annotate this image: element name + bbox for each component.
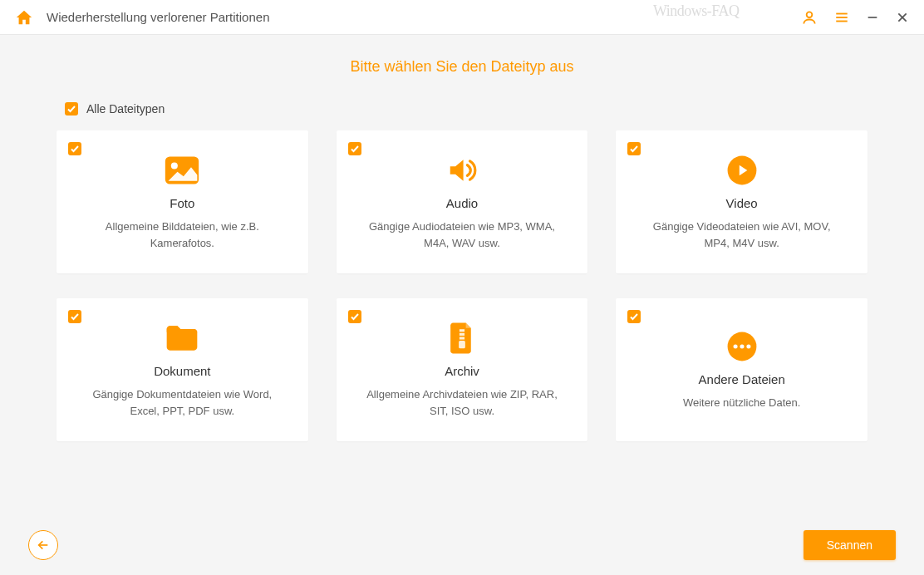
card-desc: Allgemeine Archivdateien wie ZIP, RAR, S…: [366, 386, 558, 419]
all-filetypes-row[interactable]: Alle Dateitypen: [65, 102, 867, 115]
card-andere[interactable]: Andere Dateien Weitere nützliche Daten.: [616, 298, 867, 441]
card-dokument[interactable]: Dokument Gängige Dokumentdateien wie Wor…: [57, 298, 308, 441]
watermark: Windows-FAQ: [653, 2, 739, 20]
card-title: Andere Dateien: [699, 372, 785, 386]
video-icon: [726, 153, 758, 188]
archive-icon: [449, 321, 475, 356]
all-filetypes-label: Alle Dateitypen: [86, 102, 165, 115]
card-andere-checkbox[interactable]: [627, 310, 641, 323]
bottom-bar: Scannen: [0, 530, 924, 560]
card-title: Video: [726, 196, 758, 210]
main-heading: Bitte wählen Sie den Dateityp aus: [57, 58, 867, 76]
card-archiv-checkbox[interactable]: [348, 310, 361, 323]
svg-point-17: [746, 344, 750, 348]
card-desc: Allgemeine Bilddateien, wie z.B. Kameraf…: [86, 219, 278, 251]
scan-button[interactable]: Scannen: [804, 530, 896, 560]
svg-point-15: [733, 344, 737, 348]
content: Bitte wählen Sie den Dateityp aus Alle D…: [0, 35, 924, 575]
card-desc: Weitere nützliche Daten.: [683, 395, 800, 411]
card-desc: Gängige Audiodateien wie MP3, WMA, M4A, …: [366, 219, 558, 251]
window-controls: [801, 9, 909, 26]
card-title: Archiv: [445, 364, 479, 378]
card-dokument-checkbox[interactable]: [68, 310, 81, 323]
card-audio-checkbox[interactable]: [348, 142, 361, 155]
card-desc: Gängige Dokumentdateien wie Word, Excel,…: [86, 386, 278, 419]
card-foto[interactable]: Foto Allgemeine Bilddateien, wie z.B. Ka…: [57, 130, 308, 273]
card-title: Dokument: [154, 364, 210, 378]
card-title: Foto: [170, 196, 194, 210]
back-button[interactable]: [28, 530, 58, 560]
minimize-icon[interactable]: [866, 11, 879, 24]
svg-rect-10: [460, 329, 464, 332]
svg-point-0: [807, 12, 813, 17]
card-audio[interactable]: Audio Gängige Audiodateien wie MP3, WMA,…: [337, 130, 588, 273]
home-icon[interactable]: [15, 8, 33, 27]
filetype-grid: Foto Allgemeine Bilddateien, wie z.B. Ka…: [57, 130, 867, 441]
card-title: Audio: [446, 196, 478, 210]
svg-point-8: [171, 162, 178, 169]
svg-rect-11: [460, 333, 464, 336]
card-archiv[interactable]: Archiv Allgemeine Archivdateien wie ZIP,…: [337, 298, 588, 441]
document-icon: [164, 321, 200, 356]
titlebar: Wiederherstellung verlorener Partitionen…: [0, 0, 924, 35]
photo-icon: [164, 153, 200, 188]
card-video[interactable]: Video Gängige Videodateien wie AVI, MOV,…: [616, 130, 867, 273]
svg-point-16: [740, 344, 744, 348]
svg-rect-12: [460, 337, 464, 339]
close-icon[interactable]: [896, 11, 909, 24]
card-desc: Gängige Videodateien wie AVI, MOV, MP4, …: [646, 219, 838, 251]
menu-icon[interactable]: [834, 10, 849, 25]
all-filetypes-checkbox[interactable]: [65, 102, 78, 115]
card-foto-checkbox[interactable]: [68, 142, 81, 155]
card-video-checkbox[interactable]: [627, 142, 641, 155]
svg-rect-13: [459, 341, 465, 348]
user-icon[interactable]: [801, 9, 818, 26]
other-icon: [726, 329, 758, 364]
audio-icon: [445, 153, 479, 188]
